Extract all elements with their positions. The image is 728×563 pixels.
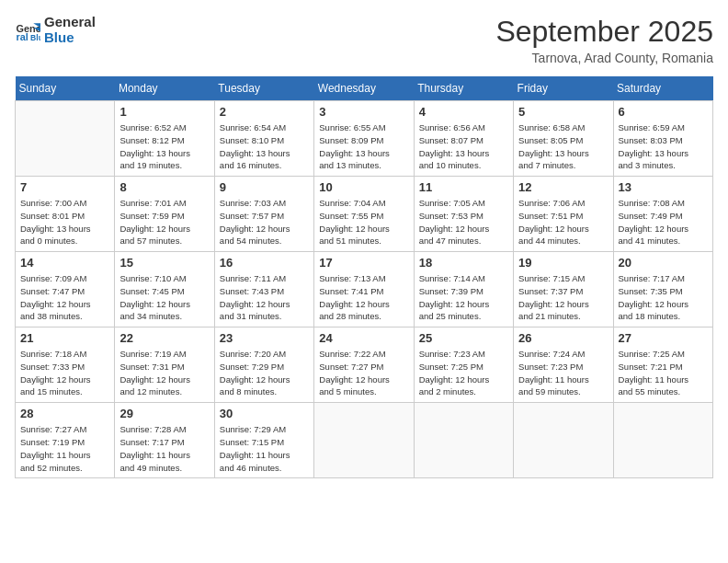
day-info: Sunrise: 6:56 AM Sunset: 8:07 PM Dayligh… — [419, 121, 508, 172]
day-info: Sunrise: 7:27 AM Sunset: 7:19 PM Dayligh… — [20, 423, 109, 474]
calendar-week-row: 28Sunrise: 7:27 AM Sunset: 7:19 PM Dayli… — [16, 403, 713, 478]
day-info: Sunrise: 7:14 AM Sunset: 7:39 PM Dayligh… — [419, 272, 508, 323]
day-number: 24 — [319, 331, 408, 345]
weekday-header-cell: Thursday — [414, 76, 513, 101]
calendar-day-cell: 30Sunrise: 7:29 AM Sunset: 7:15 PM Dayli… — [214, 403, 313, 478]
calendar-day-cell: 8Sunrise: 7:01 AM Sunset: 7:59 PM Daylig… — [115, 177, 214, 252]
svg-text:Blue: Blue — [30, 32, 40, 41]
day-number: 2 — [220, 105, 309, 119]
calendar-day-cell: 3Sunrise: 6:55 AM Sunset: 8:09 PM Daylig… — [314, 101, 414, 177]
title-block: September 2025 Tarnova, Arad County, Rom… — [495, 15, 713, 65]
calendar-week-row: 7Sunrise: 7:00 AM Sunset: 8:01 PM Daylig… — [16, 177, 713, 252]
day-number: 30 — [220, 407, 309, 420]
calendar-day-cell — [414, 403, 513, 478]
logo: Gene ral Blue General Blue — [15, 15, 96, 45]
day-info: Sunrise: 7:01 AM Sunset: 7:59 PM Dayligh… — [119, 197, 209, 247]
day-number: 25 — [419, 331, 508, 345]
svg-text:ral: ral — [17, 30, 28, 41]
day-info: Sunrise: 7:00 AM Sunset: 8:01 PM Dayligh… — [20, 197, 109, 247]
calendar-day-cell: 9Sunrise: 7:03 AM Sunset: 7:57 PM Daylig… — [214, 177, 313, 252]
day-info: Sunrise: 7:03 AM Sunset: 7:57 PM Dayligh… — [220, 197, 309, 247]
weekday-header-cell: Tuesday — [214, 76, 313, 101]
day-info: Sunrise: 6:52 AM Sunset: 8:12 PM Dayligh… — [119, 121, 209, 172]
day-number: 4 — [419, 105, 508, 119]
calendar-week-row: 14Sunrise: 7:09 AM Sunset: 7:47 PM Dayli… — [16, 252, 713, 327]
day-info: Sunrise: 7:29 AM Sunset: 7:15 PM Dayligh… — [220, 423, 309, 474]
day-number: 14 — [20, 256, 109, 270]
calendar-day-cell — [613, 403, 712, 478]
day-number: 15 — [119, 256, 209, 270]
day-number: 6 — [619, 105, 708, 119]
day-info: Sunrise: 6:59 AM Sunset: 8:03 PM Dayligh… — [619, 121, 708, 172]
day-info: Sunrise: 6:54 AM Sunset: 8:10 PM Dayligh… — [220, 121, 309, 172]
day-number: 10 — [319, 180, 408, 194]
calendar-day-cell: 13Sunrise: 7:08 AM Sunset: 7:49 PM Dayli… — [613, 177, 712, 252]
calendar-day-cell: 16Sunrise: 7:11 AM Sunset: 7:43 PM Dayli… — [214, 252, 313, 327]
weekday-header-cell: Friday — [514, 76, 613, 101]
weekday-header-cell: Sunday — [16, 76, 115, 101]
day-info: Sunrise: 7:08 AM Sunset: 7:49 PM Dayligh… — [619, 197, 708, 247]
day-number: 9 — [220, 180, 309, 194]
day-info: Sunrise: 7:13 AM Sunset: 7:41 PM Dayligh… — [319, 272, 408, 323]
calendar-day-cell: 1Sunrise: 6:52 AM Sunset: 8:12 PM Daylig… — [115, 101, 214, 177]
calendar-day-cell: 12Sunrise: 7:06 AM Sunset: 7:51 PM Dayli… — [514, 177, 613, 252]
calendar-day-cell: 17Sunrise: 7:13 AM Sunset: 7:41 PM Dayli… — [314, 252, 414, 327]
calendar-table: SundayMondayTuesdayWednesdayThursdayFrid… — [15, 76, 713, 478]
day-number: 11 — [419, 180, 508, 194]
weekday-header-row: SundayMondayTuesdayWednesdayThursdayFrid… — [16, 76, 713, 101]
day-number: 26 — [518, 331, 608, 345]
day-number: 18 — [419, 256, 508, 270]
calendar-body: 1Sunrise: 6:52 AM Sunset: 8:12 PM Daylig… — [16, 101, 713, 478]
calendar-day-cell: 20Sunrise: 7:17 AM Sunset: 7:35 PM Dayli… — [613, 252, 712, 327]
day-info: Sunrise: 6:55 AM Sunset: 8:09 PM Dayligh… — [319, 121, 408, 172]
calendar-week-row: 21Sunrise: 7:18 AM Sunset: 7:33 PM Dayli… — [16, 327, 713, 403]
calendar-day-cell — [314, 403, 414, 478]
day-info: Sunrise: 7:23 AM Sunset: 7:25 PM Dayligh… — [419, 348, 508, 398]
logo-line1: General — [44, 15, 96, 30]
day-number: 8 — [119, 180, 209, 194]
calendar-day-cell: 4Sunrise: 6:56 AM Sunset: 8:07 PM Daylig… — [414, 101, 513, 177]
day-number: 7 — [20, 180, 109, 194]
weekday-header-cell: Wednesday — [314, 76, 414, 101]
day-info: Sunrise: 7:17 AM Sunset: 7:35 PM Dayligh… — [619, 272, 708, 323]
day-info: Sunrise: 7:05 AM Sunset: 7:53 PM Dayligh… — [419, 197, 508, 247]
calendar-day-cell: 2Sunrise: 6:54 AM Sunset: 8:10 PM Daylig… — [214, 101, 313, 177]
calendar-day-cell: 10Sunrise: 7:04 AM Sunset: 7:55 PM Dayli… — [314, 177, 414, 252]
month-title: September 2025 — [495, 15, 713, 49]
calendar-day-cell: 6Sunrise: 6:59 AM Sunset: 8:03 PM Daylig… — [613, 101, 712, 177]
day-number: 19 — [518, 256, 608, 270]
day-number: 20 — [619, 256, 708, 270]
day-number: 21 — [20, 331, 109, 345]
calendar-day-cell: 21Sunrise: 7:18 AM Sunset: 7:33 PM Dayli… — [16, 327, 115, 403]
day-info: Sunrise: 7:19 AM Sunset: 7:31 PM Dayligh… — [119, 348, 209, 398]
page-header: Gene ral Blue General Blue September 202… — [15, 15, 713, 65]
calendar-day-cell — [514, 403, 613, 478]
day-number: 5 — [518, 105, 608, 119]
calendar-day-cell: 26Sunrise: 7:24 AM Sunset: 7:23 PM Dayli… — [514, 327, 613, 403]
day-number: 29 — [119, 407, 209, 420]
calendar-day-cell: 19Sunrise: 7:15 AM Sunset: 7:37 PM Dayli… — [514, 252, 613, 327]
day-number: 1 — [119, 105, 209, 119]
weekday-header-cell: Monday — [115, 76, 214, 101]
calendar-day-cell: 11Sunrise: 7:05 AM Sunset: 7:53 PM Dayli… — [414, 177, 513, 252]
calendar-day-cell: 15Sunrise: 7:10 AM Sunset: 7:45 PM Dayli… — [115, 252, 214, 327]
calendar-day-cell: 25Sunrise: 7:23 AM Sunset: 7:25 PM Dayli… — [414, 327, 513, 403]
day-number: 16 — [220, 256, 309, 270]
day-number: 27 — [619, 331, 708, 345]
day-number: 22 — [119, 331, 209, 345]
calendar-day-cell: 23Sunrise: 7:20 AM Sunset: 7:29 PM Dayli… — [214, 327, 313, 403]
weekday-header-cell: Saturday — [613, 76, 712, 101]
day-info: Sunrise: 7:28 AM Sunset: 7:17 PM Dayligh… — [119, 423, 209, 474]
calendar-day-cell: 24Sunrise: 7:22 AM Sunset: 7:27 PM Dayli… — [314, 327, 414, 403]
day-info: Sunrise: 7:20 AM Sunset: 7:29 PM Dayligh… — [220, 348, 309, 398]
day-info: Sunrise: 7:11 AM Sunset: 7:43 PM Dayligh… — [220, 272, 309, 323]
calendar-day-cell: 5Sunrise: 6:58 AM Sunset: 8:05 PM Daylig… — [514, 101, 613, 177]
day-info: Sunrise: 7:25 AM Sunset: 7:21 PM Dayligh… — [619, 348, 708, 398]
day-info: Sunrise: 7:24 AM Sunset: 7:23 PM Dayligh… — [518, 348, 608, 398]
calendar-day-cell: 14Sunrise: 7:09 AM Sunset: 7:47 PM Dayli… — [16, 252, 115, 327]
calendar-day-cell: 22Sunrise: 7:19 AM Sunset: 7:31 PM Dayli… — [115, 327, 214, 403]
calendar-day-cell — [16, 101, 115, 177]
day-number: 17 — [319, 256, 408, 270]
day-info: Sunrise: 7:15 AM Sunset: 7:37 PM Dayligh… — [518, 272, 608, 323]
calendar-day-cell: 18Sunrise: 7:14 AM Sunset: 7:39 PM Dayli… — [414, 252, 513, 327]
